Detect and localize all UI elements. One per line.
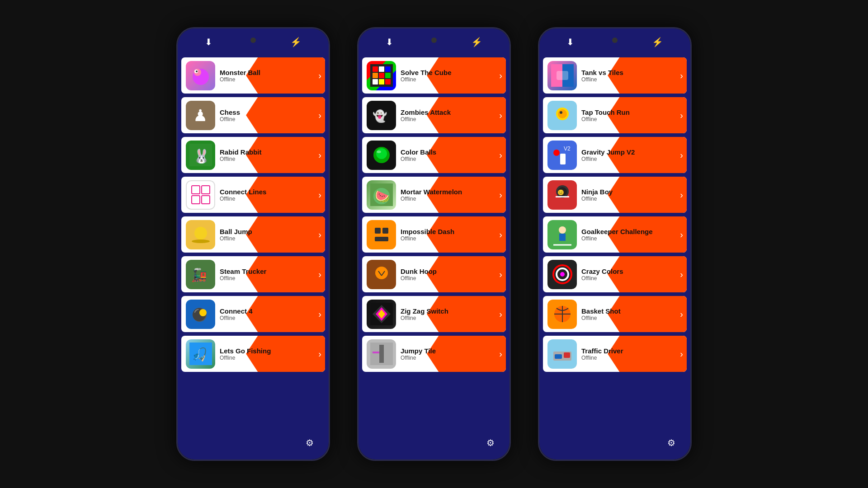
game-info: Connect 4 Offline (220, 307, 325, 321)
game-item[interactable]: Ball Jump Offline › (181, 216, 325, 253)
game-icon-monster-ball (186, 61, 215, 90)
game-item[interactable]: Goalkeeper Challenge Offline › (543, 216, 687, 253)
svg-rect-26 (385, 66, 391, 72)
game-name: Dunk Hoop (401, 267, 506, 275)
svg-point-66 (553, 150, 560, 156)
game-item[interactable]: Color Balls Offline › (362, 137, 506, 173)
svg-point-48 (375, 267, 388, 279)
phones-container: ⬇ ⚡ Monster Ball Offline › ♟ Chess Offli… (0, 18, 868, 470)
game-status: Offline (220, 355, 325, 361)
svg-rect-25 (379, 66, 384, 72)
game-item[interactable]: Tap Touch Run Offline › (543, 97, 687, 133)
game-icon-rabid-rabbit: 🐰 (186, 141, 215, 170)
phone-inner: ⬇ ⚡ Solve The Cube Offline › 👻 Zombies A… (359, 28, 509, 460)
game-item[interactable]: Jumpy Tile Offline › (362, 336, 506, 372)
game-icon-crazy-colors (547, 260, 577, 289)
svg-point-38 (377, 150, 381, 153)
game-item[interactable]: Solve The Cube Offline › (362, 57, 506, 94)
game-icon-impossible-dash (367, 220, 396, 249)
game-info: Jumpy Tile Offline (401, 347, 506, 361)
svg-point-64 (560, 111, 562, 114)
game-icon-fishing: 🎣 (186, 339, 215, 369)
game-name: Zombies Attack (401, 108, 506, 116)
chevron-icon: › (680, 230, 683, 240)
flash-icon: ⚡ (290, 37, 302, 47)
game-name: Monster Ball (220, 69, 325, 76)
game-status: Offline (581, 275, 687, 282)
game-info: Impossible Dash Offline (401, 228, 506, 242)
chevron-icon: › (318, 349, 321, 359)
svg-rect-89 (564, 352, 570, 358)
svg-text:🐰: 🐰 (193, 148, 210, 164)
game-status: Offline (220, 196, 325, 202)
game-item[interactable]: Basket Shot Offline › (543, 296, 687, 332)
chevron-icon: › (499, 150, 502, 160)
svg-rect-57 (373, 352, 379, 353)
game-item[interactable]: 🍉 Mortar Watermelon Offline › (362, 177, 506, 213)
game-item[interactable]: Crazy Colors Offline › (543, 256, 687, 292)
phone-camera (250, 38, 256, 43)
game-name: Ninja Boy (581, 188, 687, 196)
game-info: Crazy Colors Offline (581, 267, 687, 282)
game-info: Zombies Attack Offline (401, 108, 506, 122)
svg-point-20 (199, 309, 207, 316)
svg-rect-24 (373, 66, 378, 72)
svg-rect-8 (189, 183, 212, 206)
game-item[interactable]: ♟ Chess Offline › (181, 97, 325, 133)
game-info: Monster Ball Offline (220, 69, 325, 83)
game-item[interactable]: Zig Zag Switch Offline › (362, 296, 506, 332)
phone-top-bar: ⬇ ⚡ (178, 28, 329, 56)
svg-text:V2: V2 (564, 145, 571, 152)
chevron-icon: › (318, 70, 321, 81)
game-item[interactable]: 🎣 Lets Go Fishing Offline › (181, 336, 325, 372)
game-name: Tank vs Tiles (581, 69, 687, 76)
chevron-icon: › (318, 150, 321, 160)
settings-button[interactable]: ⚙ (300, 433, 320, 453)
svg-rect-60 (557, 71, 568, 80)
game-info: Color Balls Offline (401, 148, 506, 162)
game-name: Steam Trucker (220, 267, 325, 275)
game-item[interactable]: Impossible Dash Offline › (362, 216, 506, 253)
game-item[interactable]: Connect Lines Offline › (181, 177, 325, 213)
game-info: Ninja Boy Offline (581, 188, 687, 202)
game-item[interactable]: ⚫ Connect 4 Offline › (181, 296, 325, 332)
phone-top-bar: ⬇ ⚡ (539, 28, 690, 56)
download-icon: ⬇ (205, 37, 212, 47)
svg-point-75 (559, 226, 566, 234)
game-name: Traffic Driver (581, 347, 687, 355)
game-item[interactable]: Tank vs Tiles Offline › (543, 57, 687, 94)
game-name: Solve The Cube (401, 69, 506, 76)
game-name: Color Balls (401, 148, 506, 156)
game-item[interactable]: Monster Ball Offline › (181, 57, 325, 94)
game-status: Offline (401, 156, 506, 162)
settings-button[interactable]: ⚙ (481, 433, 500, 453)
phone-1: ⬇ ⚡ Monster Ball Offline › ♟ Chess Offli… (176, 27, 330, 461)
game-info: Tank vs Tiles Offline (581, 69, 687, 83)
svg-rect-28 (379, 73, 384, 78)
svg-point-81 (560, 272, 565, 277)
svg-rect-29 (385, 73, 391, 78)
game-item[interactable]: 😐 Ninja Boy Offline › (543, 177, 687, 213)
phone-3: ⬇ ⚡ Tank vs Tiles Offline › Tap Touch Ru… (538, 27, 692, 461)
game-item[interactable]: Traffic Driver Offline › (543, 336, 687, 372)
game-item[interactable]: Dunk Hoop Offline › (362, 256, 506, 292)
svg-rect-56 (379, 345, 384, 363)
svg-rect-68 (560, 154, 566, 164)
game-item[interactable]: 👻 Zombies Attack Offline › (362, 97, 506, 133)
settings-button[interactable]: ⚙ (661, 433, 681, 453)
svg-point-63 (558, 109, 567, 118)
svg-point-14 (194, 227, 207, 239)
game-item[interactable]: 🚂 Steam Trucker Offline › (181, 256, 325, 292)
game-icon-zombies: 👻 (367, 101, 396, 130)
game-item[interactable]: 🐰 Rabid Rabbit Offline › (181, 137, 325, 173)
game-item[interactable]: V2 Gravity Jump V2 Offline › (543, 137, 687, 173)
game-name: Mortar Watermelon (401, 188, 506, 196)
game-icon-goalkeeper (547, 220, 577, 249)
game-status: Offline (220, 156, 325, 162)
game-info: Solve The Cube Offline (401, 69, 506, 83)
game-info: Lets Go Fishing Offline (220, 347, 325, 361)
game-icon-color-balls (367, 141, 396, 170)
game-icon-ninja: 😐 (547, 180, 577, 210)
game-status: Offline (401, 76, 506, 83)
game-name: Zig Zag Switch (401, 307, 506, 315)
